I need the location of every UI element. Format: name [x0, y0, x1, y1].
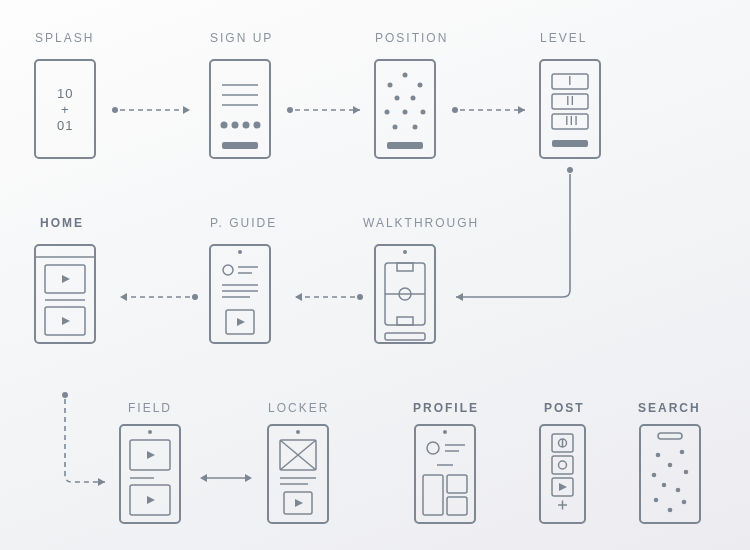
svg-rect-39: [397, 263, 413, 271]
svg-point-1: [112, 107, 118, 113]
label-level: LEVEL: [540, 31, 587, 45]
svg-rect-94: [658, 433, 682, 439]
svg-point-102: [654, 498, 659, 503]
svg-point-18: [395, 96, 400, 101]
label-pguide: P. GUIDE: [210, 216, 277, 230]
svg-point-8: [232, 122, 239, 129]
svg-point-68: [296, 430, 300, 434]
screen-pguide: P. GUIDE: [210, 216, 277, 343]
arrow-pguide-home: [120, 293, 198, 301]
svg-rect-81: [423, 475, 443, 515]
svg-point-20: [385, 110, 390, 115]
screen-walkthrough: WALKTHROUGH: [363, 216, 479, 343]
label-profile: PROFILE: [413, 401, 479, 415]
svg-point-104: [668, 508, 673, 513]
svg-point-15: [403, 73, 408, 78]
screen-level: LEVEL I II III: [540, 31, 600, 158]
svg-rect-41: [385, 333, 425, 340]
screen-profile: PROFILE: [413, 401, 479, 523]
svg-point-53: [192, 294, 198, 300]
screen-splash: SPLASH 10 + 01: [35, 31, 95, 158]
screen-position: POSITION: [375, 31, 448, 158]
svg-point-9: [243, 122, 250, 129]
level-opt-2: II: [566, 93, 575, 108]
svg-rect-25: [387, 142, 423, 149]
label-position: POSITION: [375, 31, 448, 45]
level-opt-3: III: [565, 113, 579, 128]
level-opt-1: I: [568, 73, 573, 88]
svg-point-77: [427, 442, 439, 454]
svg-point-16: [388, 83, 393, 88]
label-field: FIELD: [128, 401, 172, 415]
svg-point-33: [567, 167, 573, 173]
arrow-field-locker: [200, 474, 252, 482]
svg-rect-32: [552, 140, 588, 147]
screen-home: HOME: [35, 216, 95, 343]
svg-point-42: [357, 294, 363, 300]
label-search: SEARCH: [638, 401, 701, 415]
svg-point-100: [662, 483, 667, 488]
arrow-level-walkthrough: [456, 167, 573, 301]
arrow-walkthrough-pguide: [295, 293, 363, 301]
svg-point-101: [676, 488, 681, 493]
screen-post: POST: [540, 401, 585, 523]
svg-point-12: [287, 107, 293, 113]
svg-point-45: [238, 250, 242, 254]
svg-point-89: [559, 461, 567, 469]
svg-rect-40: [397, 317, 413, 325]
screen-search: SEARCH: [638, 401, 701, 523]
svg-rect-44: [210, 245, 270, 343]
svg-point-60: [62, 392, 68, 398]
svg-point-19: [411, 96, 416, 101]
svg-point-103: [682, 500, 687, 505]
svg-point-23: [393, 125, 398, 130]
label-splash: SPLASH: [35, 31, 94, 45]
svg-point-95: [656, 453, 661, 458]
screen-signup: SIGN UP: [210, 31, 273, 158]
screen-field: FIELD: [120, 401, 180, 523]
splash-line-2: +: [61, 102, 70, 117]
arrow-home-field: [62, 392, 105, 486]
svg-point-17: [418, 83, 423, 88]
svg-rect-83: [447, 497, 467, 515]
svg-point-97: [668, 463, 673, 468]
svg-point-76: [443, 430, 447, 434]
svg-point-10: [254, 122, 261, 129]
splash-line-1: 10: [57, 86, 73, 101]
label-signup: SIGN UP: [210, 31, 273, 45]
svg-point-24: [413, 125, 418, 130]
svg-rect-55: [35, 245, 95, 343]
svg-point-21: [403, 110, 408, 115]
arrow-splash-signup: [112, 106, 190, 114]
svg-rect-88: [552, 456, 573, 474]
arrow-position-level: [452, 106, 525, 114]
svg-point-46: [223, 265, 233, 275]
splash-line-3: 01: [57, 118, 73, 133]
svg-point-26: [452, 107, 458, 113]
label-locker: LOCKER: [268, 401, 329, 415]
screen-locker: LOCKER: [268, 401, 329, 523]
svg-point-35: [403, 250, 407, 254]
label-home: HOME: [40, 216, 84, 230]
svg-rect-11: [222, 142, 258, 149]
svg-point-96: [680, 450, 685, 455]
arrow-signup-position: [287, 106, 360, 114]
svg-point-99: [684, 470, 689, 475]
label-post: POST: [544, 401, 585, 415]
svg-point-7: [221, 122, 228, 129]
svg-rect-75: [415, 425, 475, 523]
svg-point-22: [421, 110, 426, 115]
svg-point-62: [148, 430, 152, 434]
label-walkthrough: WALKTHROUGH: [363, 216, 479, 230]
svg-rect-82: [447, 475, 467, 493]
svg-point-98: [652, 473, 657, 478]
userflow-diagram: SPLASH 10 + 01 SIGN UP POSITION: [0, 0, 750, 550]
